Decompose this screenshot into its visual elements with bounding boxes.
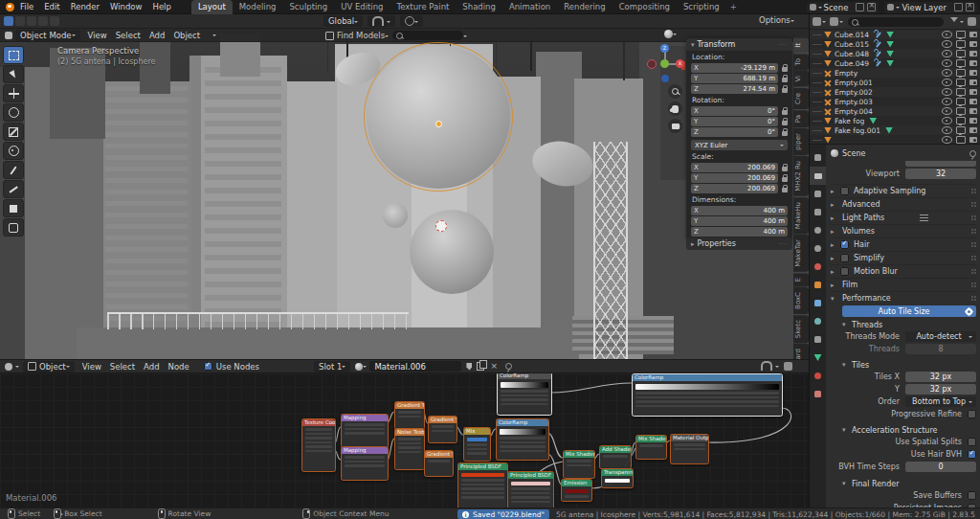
overlays-icon[interactable] bbox=[784, 362, 792, 371]
checkbox-simplify[interactable] bbox=[840, 254, 849, 262]
progressive-refine-checkbox[interactable] bbox=[968, 410, 976, 418]
sidebar-tab-boxc[interactable]: BoxC bbox=[793, 287, 809, 314]
node-colorramp[interactable]: ColorRamp bbox=[497, 373, 552, 416]
filter-icon[interactable] bbox=[950, 17, 958, 26]
sidebar-tab-cre[interactable]: Cre bbox=[793, 88, 809, 109]
disable-render-icon[interactable] bbox=[969, 51, 977, 56]
node-gradient-texture[interactable]: Gradient Texture bbox=[428, 416, 457, 443]
acceleration-structure-header[interactable]: ▾ Acceleration Structure bbox=[831, 424, 976, 436]
node-material-output[interactable]: Material Output bbox=[670, 434, 709, 464]
disable-viewport-icon[interactable] bbox=[956, 98, 966, 105]
section-performance[interactable]: ▾ Performance bbox=[831, 291, 976, 305]
gear-icon[interactable] bbox=[966, 308, 972, 315]
fake-user-shield-icon[interactable] bbox=[466, 363, 472, 371]
menu-file[interactable]: File bbox=[20, 2, 33, 11]
node-menu-add[interactable]: Add bbox=[144, 362, 159, 372]
mode-dropdown[interactable]: Object Mode bbox=[15, 30, 80, 41]
breadcrumb-scene[interactable]: Scene bbox=[842, 149, 865, 158]
material-icon[interactable] bbox=[355, 363, 363, 371]
workspace-tab-layout[interactable]: Layout bbox=[191, 0, 233, 14]
hide-eye-icon[interactable] bbox=[942, 98, 952, 105]
properties-collapsed-panel[interactable]: ▸ Properties ··· bbox=[686, 237, 792, 250]
rotate-tool-button[interactable] bbox=[3, 103, 24, 122]
new-material-copy-icon[interactable] bbox=[477, 362, 484, 371]
scale-tool-button[interactable] bbox=[3, 123, 24, 141]
disable-render-icon[interactable] bbox=[969, 41, 977, 47]
lock-icon[interactable] bbox=[782, 78, 788, 82]
add-workspace-button[interactable]: + bbox=[726, 0, 741, 14]
find-models-search-input[interactable] bbox=[392, 31, 463, 40]
sidebar-tab-maketar[interactable]: MakeTar bbox=[793, 235, 809, 272]
disable-viewport-icon[interactable] bbox=[956, 126, 966, 134]
disable-render-icon[interactable] bbox=[969, 32, 977, 37]
sidebar-tab-sketc[interactable]: Sketc bbox=[793, 315, 809, 343]
location-z-field[interactable]: Z274.54 m bbox=[691, 84, 778, 94]
viewport-3d[interactable]: Z X Object Mode ViewSelectAddObject Find… bbox=[0, 29, 809, 359]
annotate-tool-button[interactable] bbox=[3, 161, 24, 179]
section-adaptive-sampling[interactable]: ▸Adaptive Sampling bbox=[831, 184, 976, 197]
properties-tab-physics[interactable] bbox=[810, 312, 826, 330]
scene-selector[interactable]: Scene bbox=[807, 2, 880, 13]
node-principled-bsdf[interactable]: Principled BSDF bbox=[507, 471, 554, 508]
node-menu-view[interactable]: View bbox=[82, 362, 101, 372]
disable-viewport-icon[interactable] bbox=[956, 69, 966, 77]
node-mapping[interactable]: Mapping bbox=[341, 414, 389, 448]
pan-button[interactable] bbox=[668, 102, 682, 116]
workspace-tab-shading[interactable]: Shading bbox=[456, 0, 502, 14]
hide-eye-icon[interactable] bbox=[942, 88, 952, 96]
hide-eye-icon[interactable] bbox=[942, 50, 952, 57]
outliner-row-cube-014[interactable]: Cube.014 bbox=[810, 30, 980, 39]
hide-eye-icon[interactable] bbox=[942, 59, 952, 67]
rotation-mode-dropdown[interactable]: XYZ Euler bbox=[691, 140, 788, 150]
workspace-tab-scripting[interactable]: Scripting bbox=[677, 0, 726, 14]
transform-orientation-dropdown[interactable]: Global bbox=[323, 15, 363, 27]
disable-viewport-icon[interactable] bbox=[956, 88, 966, 96]
checkbox-hair[interactable] bbox=[840, 240, 849, 249]
unlink-scene-icon[interactable] bbox=[867, 3, 876, 11]
final-render-header[interactable]: ▾ Final Render bbox=[831, 478, 976, 489]
slot-dropdown[interactable]: Slot 1 bbox=[314, 361, 350, 372]
disable-viewport-icon[interactable] bbox=[956, 136, 966, 144]
rotation-z-field[interactable]: Z0° bbox=[691, 127, 778, 137]
dimensions-x-field[interactable]: X400 m bbox=[691, 206, 788, 215]
outliner-row-empty-003[interactable]: Empty.003 bbox=[810, 97, 980, 106]
outliner-row-fake-fog-001[interactable]: Fake fog.001 bbox=[810, 125, 980, 135]
display-mode-icon[interactable] bbox=[813, 17, 821, 26]
outliner-row[interactable] bbox=[810, 135, 980, 144]
rotation-x-field[interactable]: X0° bbox=[691, 106, 778, 116]
unlink-material-icon[interactable]: × bbox=[490, 362, 498, 371]
section-light-paths[interactable]: ▸Light Paths bbox=[831, 211, 976, 224]
hide-eye-icon[interactable] bbox=[942, 126, 952, 134]
viewport-menu-select[interactable]: Select bbox=[116, 31, 141, 40]
hide-eye-icon[interactable] bbox=[942, 69, 952, 77]
node-transparent-bsdf[interactable]: Transparent BSDF bbox=[601, 468, 634, 488]
sidebar-tab-hard[interactable]: Hard bbox=[793, 344, 809, 359]
select-mode-extend-button[interactable] bbox=[15, 16, 25, 26]
disable-render-icon[interactable] bbox=[969, 70, 977, 76]
add-cube-tool-button[interactable] bbox=[3, 199, 24, 217]
outliner-row-cube-049[interactable]: Cube.049 bbox=[810, 58, 980, 68]
node-mix-shader[interactable]: Mix Shader bbox=[563, 450, 595, 479]
interact-tool-button[interactable] bbox=[3, 218, 24, 237]
outliner-row-empty[interactable]: Empty bbox=[810, 68, 980, 78]
sidebar-tab-mhx2-ru[interactable]: MHX2 Ru bbox=[793, 156, 809, 196]
disable-render-icon[interactable] bbox=[969, 137, 977, 143]
section-film[interactable]: ▸Film bbox=[831, 278, 976, 291]
pin-icon[interactable] bbox=[505, 363, 512, 370]
select-box-tool-button[interactable] bbox=[3, 46, 24, 64]
sidebar-tab-pa[interactable]: Pa bbox=[793, 110, 809, 127]
disable-viewport-icon[interactable] bbox=[956, 79, 966, 86]
hide-eye-icon[interactable] bbox=[942, 117, 952, 124]
lock-icon[interactable] bbox=[782, 88, 788, 93]
node-colorramp[interactable]: ColorRamp bbox=[632, 373, 783, 417]
disable-render-icon[interactable] bbox=[969, 79, 977, 85]
workspace-tab-rendering[interactable]: Rendering bbox=[557, 0, 612, 14]
axis-z-neg-ball[interactable] bbox=[661, 75, 669, 82]
outliner-row-empty-001[interactable]: Empty.001 bbox=[810, 78, 980, 87]
node-principled-bsdf[interactable]: Principled BSDF bbox=[457, 463, 508, 508]
axis-x-neg-ball[interactable] bbox=[647, 59, 657, 69]
disable-viewport-icon[interactable] bbox=[956, 107, 966, 115]
disable-render-icon[interactable] bbox=[969, 108, 977, 114]
disable-viewport-icon[interactable] bbox=[956, 50, 966, 57]
panel-menu-icon[interactable]: ··· bbox=[778, 41, 788, 49]
